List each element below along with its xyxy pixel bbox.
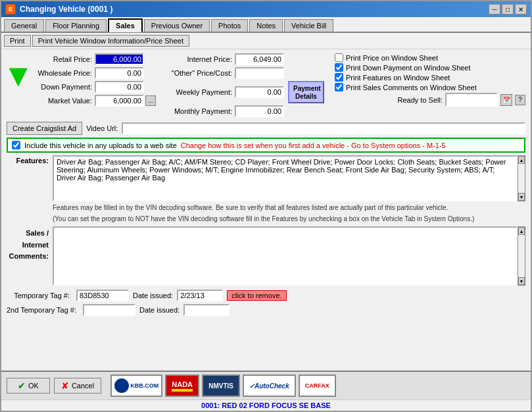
sales-comments-textarea[interactable] [53, 226, 518, 286]
upload-checkbox[interactable] [12, 141, 20, 149]
monthly-payment-label: Monthly Payment: [166, 107, 232, 115]
tab-vehicle-bill[interactable]: Vehicle Bill [284, 19, 333, 32]
bottom-bar: ✔ OK ✘ Cancel KBB.COM NADA NMVTIS ✓AutoC… [1, 371, 531, 399]
date2-issued-label: Date issued: [139, 306, 180, 314]
sales-comments-label: Sales / Internet Comments: [7, 228, 53, 263]
temp2-tag-label: 2nd Temporary Tag #: [7, 306, 79, 314]
temp-tag-label: Temporary Tag #: [7, 292, 72, 299]
nmvtis-badge[interactable]: NMVTIS [202, 374, 240, 397]
print-window-button[interactable]: Print Vehicle Window Information/Price S… [32, 35, 189, 47]
video-url-input[interactable] [122, 122, 525, 134]
monthly-payment-input[interactable] [235, 105, 284, 117]
print-down-checkbox[interactable] [335, 63, 343, 72]
title-bar: E Changing Vehicle (0001 ) ─ □ ✕ [1, 1, 531, 17]
autocheck-badge[interactable]: ✓AutoCheck [243, 374, 296, 397]
print-price-label: Print Price on Window Sheet [346, 54, 438, 62]
badges-row: KBB.COM NADA NMVTIS ✓AutoCheck CARFAX [110, 374, 336, 397]
video-url-label: Video Url: [86, 124, 118, 132]
features-note-2: (You can set the program to NOT have the… [53, 215, 525, 224]
craigslist-button[interactable]: Create Craigslist Ad [7, 122, 82, 135]
date-issued-input[interactable] [177, 290, 223, 301]
wholesale-price-label: Wholesale Price: [26, 69, 92, 77]
kbb-circle-icon [114, 378, 129, 393]
maximize-button[interactable]: □ [502, 4, 514, 14]
scrollbar-up-button[interactable]: ▲ [518, 156, 525, 164]
comments-scrollbar[interactable]: ▲ ▼ [518, 226, 525, 286]
features-row: Features: Driver Air Bag; Passenger Air … [7, 155, 525, 201]
print-sales-label: Print Sales Comments on Window Sheet [346, 84, 477, 91]
nada-badge[interactable]: NADA [165, 374, 199, 397]
left-prices: Retail Price: 6,000.00 Wholesale Price: … [26, 53, 156, 109]
features-label: Features: [7, 157, 53, 165]
ready-to-sell-calendar-button[interactable]: 📅 [500, 94, 512, 106]
minimize-button[interactable]: ─ [489, 4, 500, 14]
kbb-badge[interactable]: KBB.COM [110, 374, 162, 397]
print-sales-checkbox[interactable] [335, 83, 343, 91]
ok-label: OK [28, 382, 39, 390]
cancel-button[interactable]: ✘ Cancel [54, 378, 101, 394]
carfax-badge[interactable]: CARFAX [299, 374, 336, 397]
app-icon: E [5, 4, 16, 14]
status-text: 0001: RED 02 FORD FOCUS SE BASE [201, 401, 331, 409]
features-note: Features may be filled in by the VIN dec… [53, 203, 525, 224]
main-content: ▼ Retail Price: 6,000.00 Wholesale Price… [1, 49, 531, 371]
tab-general[interactable]: General [4, 19, 44, 32]
date2-issued-input[interactable] [183, 304, 230, 316]
upload-link[interactable]: Change how this is set when you first ad… [181, 142, 446, 149]
tab-notes[interactable]: Notes [249, 19, 283, 32]
market-value-ellipsis-button[interactable]: ... [145, 95, 156, 106]
checkbox-section: Print Price on Window Sheet Print Down P… [335, 53, 525, 107]
temp-tag-input[interactable] [76, 290, 129, 301]
green-arrow-icon: ▼ [3, 60, 34, 91]
close-button[interactable]: ✕ [515, 4, 527, 14]
print-features-checkbox[interactable] [335, 73, 343, 82]
wholesale-price-input[interactable] [95, 67, 144, 79]
nada-bar [172, 389, 193, 392]
features-scrollbar[interactable]: ▲ ▼ [518, 155, 525, 201]
window-title: Changing Vehicle (0001 ) [20, 5, 112, 14]
weekly-payment-label: Weekly Payment: [166, 88, 232, 96]
tab-previous-owner[interactable]: Previous Owner [144, 19, 210, 32]
weekly-payment-input[interactable] [235, 86, 284, 98]
print-price-checkbox[interactable] [335, 53, 343, 62]
autocheck-label: ✓AutoCheck [249, 382, 289, 390]
comments-scrollbar-track [518, 235, 525, 277]
print-button[interactable]: Print [4, 35, 31, 47]
carfax-label: CARFAX [305, 382, 329, 389]
tab-floor-planning[interactable]: Floor Planning [45, 19, 107, 32]
payment-details-button[interactable]: PaymentDetails [288, 81, 324, 103]
features-textarea[interactable]: Driver Air Bag; Passenger Air Bag; A/C; … [53, 155, 518, 201]
ad-row: Create Craigslist Ad Video Url: [7, 122, 525, 135]
print-features-label: Print Features on Window Sheet [346, 74, 450, 82]
ok-button[interactable]: ✔ OK [7, 378, 50, 394]
tab-sales[interactable]: Sales [108, 18, 143, 32]
scrollbar-down-button[interactable]: ▼ [518, 193, 525, 201]
temp2-tag-input[interactable] [83, 304, 135, 316]
internet-price-input[interactable] [235, 53, 284, 65]
down-payment-label: Down Payment: [26, 83, 92, 91]
ready-to-sell-input[interactable] [445, 93, 498, 107]
ready-to-sell-help-button[interactable]: ? [515, 95, 525, 105]
print-down-label: Print Down Payment on Window Sheet [346, 64, 471, 72]
nmvtis-label: NMVTIS [208, 382, 233, 390]
retail-price-label: Retail Price: [26, 55, 92, 63]
down-payment-input[interactable] [95, 81, 144, 93]
retail-price-input[interactable]: 6,000.00 [95, 53, 144, 65]
nada-label: NADA [172, 380, 193, 388]
click-to-remove-button[interactable]: click to remove. [227, 290, 286, 301]
features-note-1: Features may be filled in by the VIN dec… [53, 203, 525, 213]
kbb-label: KBB.COM [130, 382, 158, 389]
scrollbar-track [518, 164, 525, 193]
sales-comments-row: Sales / Internet Comments: ▲ ▼ [7, 226, 525, 286]
status-bar: 0001: RED 02 FORD FOCUS SE BASE [1, 399, 531, 411]
comments-scrollbar-up[interactable]: ▲ [518, 227, 525, 235]
market-value-label: Market Value: [26, 97, 92, 105]
internet-price-label: Internet Price: [166, 55, 232, 63]
other-price-input[interactable] [235, 67, 284, 79]
cancel-label: Cancel [72, 382, 94, 390]
toolbar: Print Print Vehicle Window Information/P… [1, 33, 531, 49]
market-value-input[interactable] [95, 95, 144, 107]
ready-to-sell-label: Ready to Sell: [398, 96, 443, 104]
comments-scrollbar-down[interactable]: ▼ [518, 277, 525, 285]
tab-photos[interactable]: Photos [211, 19, 248, 32]
